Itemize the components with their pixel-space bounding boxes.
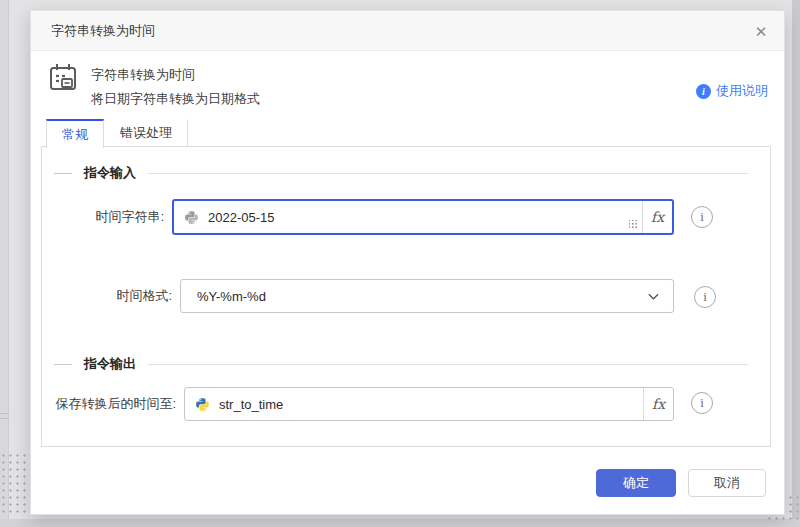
time-string-value[interactable]: 2022-05-15 [200,210,629,225]
info-filled-icon: i [696,84,711,99]
time-format-label: 时间格式: [42,279,172,313]
python-icon [194,396,211,413]
section-title: 指令输出 [84,355,136,373]
help-link-label: 使用说明 [716,82,768,100]
section-header-output: 指令输出 [42,355,770,373]
time-string-label: 时间字符串: [42,199,164,235]
calendar-icon [47,61,79,93]
info-icon[interactable]: i [691,206,713,228]
canvas-dots [0,452,28,516]
save-to-value[interactable]: str_to_time [211,397,643,412]
time-format-value: %Y-%m-%d [181,289,647,304]
ok-button[interactable]: 确定 [596,469,676,497]
command-title: 字符串转换为时间 [91,66,195,84]
section-title: 指令输入 [84,164,136,182]
fx-button[interactable]: fx [642,201,672,233]
divider [0,413,9,414]
divider [54,364,72,365]
dialog-title: 字符串转换为时间 [51,22,155,40]
save-to-input[interactable]: str_to_time fx [184,387,674,421]
general-tab-panel: 指令输入 时间字符串: 2022-05-15 fx i 时间格式: %Y-%m-… [41,146,771,447]
tab-bar: 常规 错误处理 [46,119,188,147]
dialog-titlebar: 字符串转换为时间 [31,11,784,51]
background-left-strip [0,0,9,527]
python-icon [183,209,200,226]
command-description: 将日期字符串转换为日期格式 [91,90,260,108]
string-to-time-dialog: 字符串转换为时间 ✕ 字符串转换为时间 将日期字符串转换为日期格式 i 使用说明… [30,10,785,515]
tab-error-handling[interactable]: 错误处理 [104,119,188,147]
divider [0,418,9,419]
divider [148,364,748,365]
cancel-button[interactable]: 取消 [688,469,766,497]
time-format-select[interactable]: %Y-%m-%d [180,279,674,313]
background-right-strip [792,0,800,527]
chevron-down-icon [647,290,660,303]
info-icon[interactable]: i [691,392,713,414]
info-icon[interactable]: i [694,286,716,308]
section-header-input: 指令输入 [42,164,770,182]
resize-grip-icon[interactable] [629,220,638,229]
save-to-label: 保存转换后的时间至: [42,387,176,421]
divider [148,173,748,174]
close-icon[interactable]: ✕ [750,21,772,43]
fx-button[interactable]: fx [643,388,673,420]
help-link[interactable]: i 使用说明 [696,82,768,100]
background-bottom-strip [0,519,800,527]
time-string-input[interactable]: 2022-05-15 fx [172,199,674,235]
tab-general[interactable]: 常规 [46,119,104,148]
divider [54,173,72,174]
